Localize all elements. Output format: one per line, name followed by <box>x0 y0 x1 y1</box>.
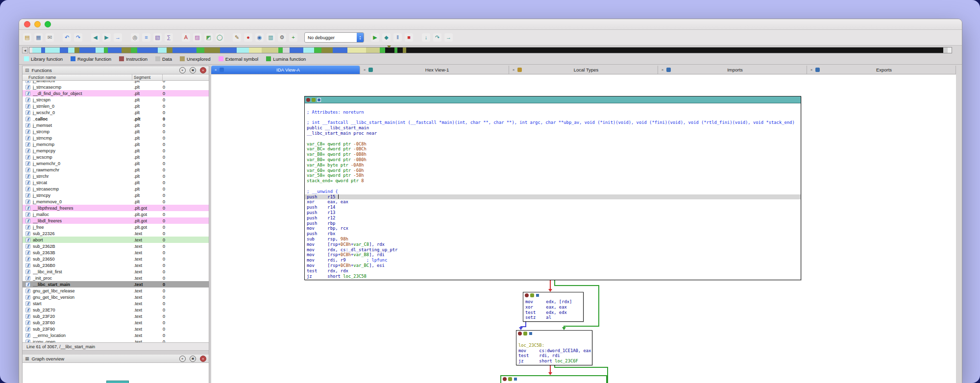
node-color-icon[interactable] <box>312 98 316 102</box>
tab-close-icon[interactable]: × <box>362 68 367 72</box>
disasm-line[interactable]: mov [rsp+0C8h+var_C8], rdx <box>307 242 799 247</box>
disasm-line[interactable]: push r13 <box>307 210 799 215</box>
combo-stepper-icon[interactable]: ▲▼ <box>357 33 364 42</box>
function-row[interactable]: f__libc_init_first.text0 <box>23 268 209 275</box>
tab-close-icon[interactable]: × <box>809 68 814 72</box>
tab-local-types[interactable]: ×Local Types <box>509 66 658 74</box>
navband-scroll-left-button[interactable]: ◀ <box>22 47 28 53</box>
disasm-line[interactable]: test edx, edx <box>525 310 581 315</box>
toolbar-navigate-back-icon[interactable]: ◀ <box>91 33 99 42</box>
graph-node-loc-23C5B[interactable]: loc_23C5B:mov cs:dword_1CE1A0, eaxtest r… <box>516 330 592 365</box>
overview-detach-button[interactable]: ▣ <box>190 356 196 362</box>
tab-exports[interactable]: ×Exports <box>807 66 956 74</box>
function-row[interactable]: fgnu_get_libc_release.text0 <box>23 287 209 294</box>
disasm-line[interactable]: mov rbp, rcx <box>307 226 799 231</box>
node-group-icon[interactable] <box>514 377 517 381</box>
node-edit-icon[interactable] <box>518 332 522 335</box>
minimize-window-button[interactable] <box>34 21 41 27</box>
toolbar-debugger-icon[interactable]: ◆ <box>382 33 391 42</box>
function-row[interactable]: fsub_23F20.text0 <box>23 313 209 319</box>
node-color-icon[interactable] <box>508 377 512 381</box>
graph-node-libc-start-main[interactable]: ; Attributes: noreturn ; int __fastcall … <box>304 96 801 280</box>
disasm-line[interactable]: mov rdi, r9 ; lpfunc <box>307 258 799 263</box>
toolbar-stop-icon[interactable]: ■ <box>405 33 413 42</box>
node-edit-icon[interactable] <box>306 98 310 102</box>
function-row[interactable]: fj_rawmemchr.plt0 <box>23 167 209 173</box>
tab-close-icon[interactable]: × <box>213 68 218 72</box>
function-row[interactable]: fsub_22326.text0 <box>23 230 209 237</box>
function-row[interactable]: fj_strncmp.plt0 <box>23 135 209 141</box>
disasm-line[interactable]: public __libc_start_main <box>307 125 799 131</box>
column-header-function-name[interactable]: Function name <box>23 74 132 80</box>
function-row[interactable]: f__errno_location.text0 <box>23 332 209 338</box>
zoom-window-button[interactable] <box>45 21 51 27</box>
disasm-line[interactable]: mov [rsp+0C8h+var_BC], esi <box>307 263 799 268</box>
function-row[interactable]: fsub_2362B.text0 <box>23 243 209 249</box>
disasm-line[interactable]: ; Attributes: noreturn <box>307 110 799 115</box>
disasm-line[interactable]: mov rdx, cs:_dl_starting_up_ptr <box>307 247 799 253</box>
function-row[interactable]: fj_memmove_0.plt0 <box>23 198 209 205</box>
functions-column-headers[interactable]: Function name Segment <box>23 74 209 81</box>
disasm-line[interactable]: jz short loc_23C6F <box>518 359 590 364</box>
disasm-line[interactable]: xor eax, eax <box>307 199 799 205</box>
column-header-start-clipped[interactable] <box>163 74 209 80</box>
function-row[interactable]: fj_strcspn.plt0 <box>23 96 209 103</box>
disasm-line[interactable]: push r15 <box>305 194 801 200</box>
function-row[interactable]: f__libpthread_freeres.plt.got0 <box>23 205 209 211</box>
function-row[interactable]: fj_memset.plt0 <box>23 122 209 128</box>
function-row[interactable]: fj_malloc.plt.got0 <box>23 211 209 217</box>
toolbar-font-icon[interactable]: A <box>182 33 190 42</box>
function-row[interactable]: fsub_2363B.text0 <box>23 249 209 256</box>
toolbar-step-into-icon[interactable]: ↓ <box>422 33 430 42</box>
disasm-line[interactable]: test rdi, rdi <box>518 353 590 359</box>
function-row[interactable]: ficonv_open.text0 <box>23 338 209 342</box>
disasm-line[interactable]: push rbp <box>307 221 799 226</box>
overview-close-button[interactable]: × <box>200 356 206 362</box>
node-header[interactable] <box>523 292 583 298</box>
toolbar-navigate-forward-icon[interactable]: ▶ <box>102 33 111 42</box>
node-edit-icon[interactable] <box>525 293 529 297</box>
function-row[interactable]: f_calloc.plt0 <box>23 116 209 122</box>
node-header[interactable] <box>501 376 606 382</box>
disasm-line[interactable]: test rdx, rdx <box>307 268 799 274</box>
close-window-button[interactable] <box>24 21 30 27</box>
function-row[interactable]: fj_strcasecmp.plt0 <box>23 186 209 192</box>
function-row[interactable]: fstart.text0 <box>23 300 209 307</box>
function-row[interactable]: fsub_236B0.text0 <box>23 262 209 268</box>
toolbar-functions-list-icon[interactable]: ≡ <box>142 33 150 42</box>
disasm-line[interactable]: var_B0= qword ptr -0B0h <box>307 157 799 163</box>
disasm-line[interactable]: var_A8= byte ptr -0A8h <box>307 163 799 168</box>
toolbar-enums-icon[interactable]: ∑ <box>165 33 173 42</box>
tab-ida-view-a[interactable]: ×IDA View-A <box>211 66 360 74</box>
disasm-line[interactable]: var_B8= qword ptr -0B8h <box>307 152 799 157</box>
function-row[interactable]: fj_strcmp.plt0 <box>23 128 209 135</box>
function-row[interactable]: fj_free.plt.got0 <box>23 224 209 230</box>
disasm-line[interactable]: push r14 <box>307 205 799 210</box>
toolbar-step-over-icon[interactable]: ↷ <box>433 33 441 42</box>
overview-menu-button[interactable]: ≡ <box>179 356 186 362</box>
disasm-line[interactable] <box>518 337 590 343</box>
graph-canvas[interactable]: ; Attributes: noreturn ; int __fastcall … <box>211 74 956 383</box>
toolbar-script-icon[interactable]: ✎ <box>233 33 241 42</box>
function-row[interactable]: fsub_23F90.text0 <box>23 326 209 332</box>
function-row[interactable]: fj_mempcpy.plt0 <box>23 147 209 154</box>
toolbar-structures-icon[interactable]: ▧ <box>153 33 162 42</box>
toolbar-gear-icon[interactable]: ⚙ <box>278 33 286 42</box>
toolbar-colors-icon[interactable]: ▨ <box>193 33 201 42</box>
function-row[interactable]: fj_memcmp.plt0 <box>23 141 209 147</box>
disasm-line[interactable] <box>307 184 799 189</box>
tab-close-icon[interactable]: × <box>511 68 516 72</box>
graph-node-partial[interactable] <box>500 375 607 383</box>
function-row[interactable]: f__libc_start_main.text0 <box>23 281 209 287</box>
toolbar-add-icon[interactable]: + <box>289 33 297 42</box>
toolbar-calculator-icon[interactable]: ◩ <box>204 33 213 42</box>
node-color-icon[interactable] <box>523 332 527 335</box>
function-row[interactable]: fj_strncasecmp.plt0 <box>23 84 209 90</box>
disasm-line[interactable]: push r12 <box>307 215 799 221</box>
function-row[interactable]: fj_wcschr_0.plt0 <box>23 109 209 116</box>
disasm-line[interactable]: var_60= qword ptr -60h <box>307 168 799 173</box>
function-row[interactable]: fabort.text0 <box>23 237 209 243</box>
node-header[interactable] <box>516 331 592 336</box>
toolbar-watch-icon[interactable]: ◉ <box>255 33 264 42</box>
function-row[interactable]: f_init_proc.text0 <box>23 275 209 281</box>
